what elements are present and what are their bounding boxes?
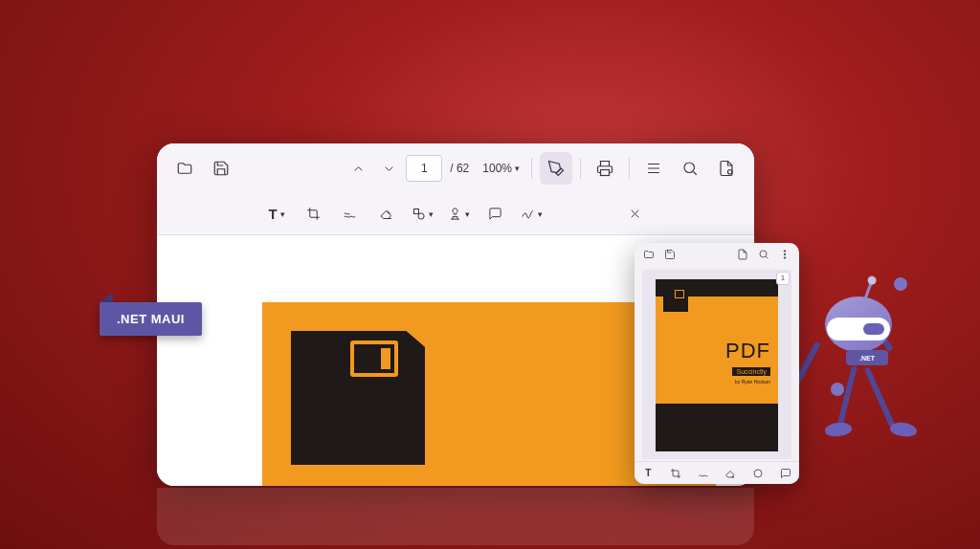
mobile-top-toolbar [635, 243, 799, 266]
previous-page-button[interactable] [345, 155, 371, 182]
svg-point-9 [417, 213, 423, 219]
svg-line-13 [766, 256, 768, 258]
cover-author: by Ryan Hodson [735, 379, 770, 384]
page-settings-button[interactable] [710, 152, 743, 185]
reflection [157, 488, 827, 545]
maui-tag-fold [100, 293, 113, 302]
crop-tool-button[interactable] [300, 201, 326, 228]
shape-tool-button[interactable]: ▾ [409, 201, 435, 228]
mobile-text-tool-button[interactable]: T [639, 465, 657, 482]
cover-title: PDF [725, 339, 770, 363]
annotate-button[interactable] [540, 152, 572, 185]
mobile-bottom-toolbar: T [635, 461, 799, 484]
eraser-tool-button[interactable] [372, 201, 399, 228]
mobile-crop-tool-button[interactable] [667, 465, 684, 482]
current-page-input[interactable]: 1 [406, 155, 442, 182]
mobile-search-button[interactable] [755, 246, 772, 263]
chevron-down-icon: ▾ [429, 209, 434, 219]
signature-tool-button[interactable]: ▾ [518, 201, 545, 228]
chevron-down-icon: ▾ [515, 164, 520, 173]
robot-mascot: .NET [798, 277, 932, 488]
zoom-value: 100% [482, 162, 512, 175]
mobile-page-canvas[interactable]: 1 PDF Succinctly by Ryan Hodson [642, 270, 791, 459]
page-count-label: / 62 [450, 162, 469, 175]
mobile-pdf-viewer: 1 PDF Succinctly by Ryan Hodson T [635, 243, 799, 484]
note-tool-button[interactable] [481, 201, 508, 228]
stamp-tool-button[interactable]: ▾ [445, 201, 472, 228]
separator [531, 158, 532, 179]
mobile-shape-tool-button[interactable] [749, 465, 767, 482]
mobile-save-button[interactable] [661, 246, 679, 263]
svg-rect-0 [601, 170, 610, 176]
print-button[interactable] [589, 152, 621, 185]
svg-point-14 [784, 251, 786, 253]
mobile-note-tool-button[interactable] [777, 465, 794, 482]
text-tool-button[interactable]: T ▾ [263, 201, 290, 228]
mobile-eraser-tool-button[interactable] [722, 465, 739, 482]
svg-point-4 [684, 163, 695, 173]
ink-tool-button[interactable] [336, 201, 363, 228]
chevron-down-icon: ▾ [280, 209, 285, 219]
svg-point-12 [760, 251, 767, 257]
primary-toolbar: 1 / 62 100% ▾ [157, 143, 754, 193]
floppy-disk-icon [663, 287, 688, 312]
robot-belt-label: .NET [846, 350, 888, 365]
search-button[interactable] [674, 152, 706, 185]
svg-point-17 [754, 470, 762, 477]
net-maui-tag: .NET MAUI [100, 302, 202, 336]
folder-open-button[interactable] [168, 152, 201, 185]
svg-point-6 [728, 170, 733, 175]
save-button[interactable] [205, 152, 237, 185]
mobile-more-button[interactable] [776, 246, 793, 263]
svg-point-15 [784, 253, 786, 255]
separator [629, 158, 630, 179]
chevron-down-icon: ▾ [465, 209, 470, 219]
svg-rect-8 [413, 209, 418, 214]
next-page-button[interactable] [375, 155, 402, 182]
svg-point-16 [784, 257, 786, 259]
mobile-page-indicator: 1 [776, 272, 790, 285]
cover-subtitle: Succinctly [732, 367, 770, 376]
mobile-folder-button[interactable] [640, 246, 657, 263]
annotation-toolbar: T ▾ ▾ ▾ ▾ [157, 193, 754, 235]
close-annotation-toolbar-button[interactable] [621, 201, 648, 228]
chevron-down-icon: ▾ [538, 209, 543, 219]
svg-line-5 [693, 171, 696, 174]
mobile-ink-tool-button[interactable] [695, 465, 712, 482]
separator [580, 158, 581, 179]
mobile-document-cover: PDF Succinctly by Ryan Hodson [656, 279, 778, 451]
mobile-page-settings-button[interactable] [734, 246, 751, 263]
floppy-disk-icon [291, 331, 425, 465]
outline-button[interactable] [637, 152, 670, 185]
zoom-level-dropdown[interactable]: 100% ▾ [482, 162, 520, 175]
